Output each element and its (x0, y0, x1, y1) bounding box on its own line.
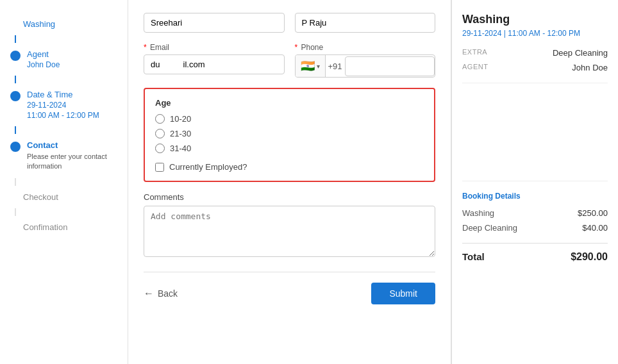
booking-item-deepcleaning-name: Deep Cleaning (462, 223, 517, 233)
panel-spacer (462, 94, 608, 170)
agent-value: John Doe (572, 63, 608, 72)
email-field-wrapper: * Email (144, 43, 285, 78)
step-connector-1 (15, 35, 16, 43)
age-radio-31-40[interactable] (155, 144, 165, 153)
email-label: * Email (144, 43, 285, 52)
extra-detail-row: EXTRA Deep Cleaning (462, 48, 608, 58)
currently-employed-label: Currently Employed? (169, 162, 247, 172)
age-radio-21-30[interactable] (155, 129, 165, 138)
booking-line-deepcleaning: Deep Cleaning $40.00 (462, 223, 608, 233)
currently-employed-checkbox-label[interactable]: Currently Employed? (155, 162, 424, 172)
booking-item-deepcleaning-price: $40.00 (582, 223, 608, 233)
age-option-21-30[interactable]: 21-30 (155, 129, 424, 138)
age-radio-group: 10-20 21-30 31-40 (155, 114, 424, 153)
step-datetime-subtitle2: 11:00 AM - 12:00 PM (27, 111, 99, 120)
age-section: Age 10-20 21-30 31-40 Currently Employed… (144, 88, 435, 182)
comments-textarea[interactable] (144, 206, 435, 257)
sidebar-step-washing[interactable]: Washing (0, 13, 128, 35)
last-name-field (295, 13, 436, 33)
age-label-31-40: 31-40 (170, 144, 191, 153)
contact-indicator (10, 142, 21, 152)
email-phone-row: * Email * Phone 🇮🇳 ▾ +91 (144, 43, 435, 78)
form-footer: ← Back Submit (144, 272, 435, 304)
sidebar-step-confirmation[interactable]: Confimation (0, 216, 128, 238)
step-confirmation-title: Confimation (23, 222, 67, 232)
last-name-input[interactable] (295, 13, 436, 33)
phone-required-star: * (295, 43, 298, 52)
sidebar-step-agent[interactable]: Agent John Doe (0, 43, 128, 76)
comments-label: Comments (144, 192, 435, 202)
chevron-down-icon: ▾ (317, 63, 320, 70)
sidebar: Washing Agent John Doe Date & Time 29-11… (0, 0, 128, 364)
agent-label: AGENT (462, 63, 501, 72)
step-checkout-title: Checkout (23, 192, 58, 202)
booking-item-washing-name: Washing (462, 208, 494, 218)
phone-input-wrapper: 🇮🇳 ▾ +91 (295, 54, 436, 78)
total-row: Total $290.00 (462, 243, 608, 263)
step-datetime-subtitle1: 29-11-2024 (27, 101, 99, 110)
datetime-indicator (10, 91, 21, 101)
age-section-title: Age (155, 98, 424, 108)
currently-employed-checkbox[interactable] (155, 163, 164, 172)
phone-field-wrapper: * Phone 🇮🇳 ▾ +91 (295, 43, 436, 78)
back-button-label: Back (158, 288, 178, 299)
back-button[interactable]: ← Back (144, 288, 178, 299)
phone-number-input[interactable] (345, 56, 435, 76)
email-required-star: * (144, 43, 147, 52)
step-contact-description: Please enter your contact information (27, 152, 117, 172)
first-name-field (144, 13, 285, 33)
back-arrow-icon: ← (144, 288, 154, 299)
panel-divider-1 (462, 83, 608, 83)
step-connector-4 (15, 178, 16, 186)
sidebar-step-checkout[interactable]: Checkout (0, 186, 128, 208)
extra-value: Deep Cleaning (553, 48, 608, 58)
flag-emoji: 🇮🇳 (301, 59, 315, 73)
age-label-21-30: 21-30 (170, 129, 191, 138)
total-amount: $290.00 (571, 251, 608, 263)
agent-detail-row: AGENT John Doe (462, 63, 608, 72)
service-title: Washing (462, 13, 608, 26)
step-connector-5 (15, 208, 16, 216)
sidebar-step-datetime[interactable]: Date & Time 29-11-2024 11:00 AM - 12:00 … (0, 83, 128, 126)
name-row (144, 13, 435, 33)
extra-label: EXTRA (462, 48, 501, 58)
step-datetime-title: Date & Time (27, 90, 99, 99)
submit-button[interactable]: Submit (371, 283, 435, 304)
agent-indicator (10, 51, 21, 61)
booking-details-title: Booking Details (462, 192, 608, 201)
booking-item-washing-price: $250.00 (578, 208, 608, 218)
total-label: Total (462, 251, 485, 263)
booking-line-washing: Washing $250.00 (462, 208, 608, 218)
step-agent-subtitle: John Doe (27, 60, 60, 69)
panel-divider-2 (462, 181, 608, 181)
sidebar-step-contact[interactable]: Contact Please enter your contact inform… (0, 134, 128, 178)
comments-section: Comments (144, 192, 435, 259)
main-content: * Email * Phone 🇮🇳 ▾ +91 Age (128, 0, 451, 364)
age-option-10-20[interactable]: 10-20 (155, 114, 424, 124)
age-option-31-40[interactable]: 31-40 (155, 144, 424, 153)
age-radio-10-20[interactable] (155, 114, 165, 124)
phone-label: * Phone (295, 43, 436, 52)
step-contact-title: Contact (27, 140, 117, 150)
phone-flag-selector[interactable]: 🇮🇳 ▾ (296, 55, 326, 77)
first-name-input[interactable] (144, 13, 285, 33)
email-input[interactable] (144, 54, 285, 74)
step-washing-title: Washing (23, 19, 55, 29)
step-connector-3 (15, 126, 16, 134)
right-panel: Washing 29-11-2024 | 11:00 AM - 12:00 PM… (451, 0, 618, 364)
service-datetime: 29-11-2024 | 11:00 AM - 12:00 PM (462, 29, 608, 38)
age-label-10-20: 10-20 (170, 114, 191, 124)
step-connector-2 (15, 76, 16, 83)
step-agent-title: Agent (27, 49, 60, 59)
country-code: +91 (326, 62, 345, 71)
